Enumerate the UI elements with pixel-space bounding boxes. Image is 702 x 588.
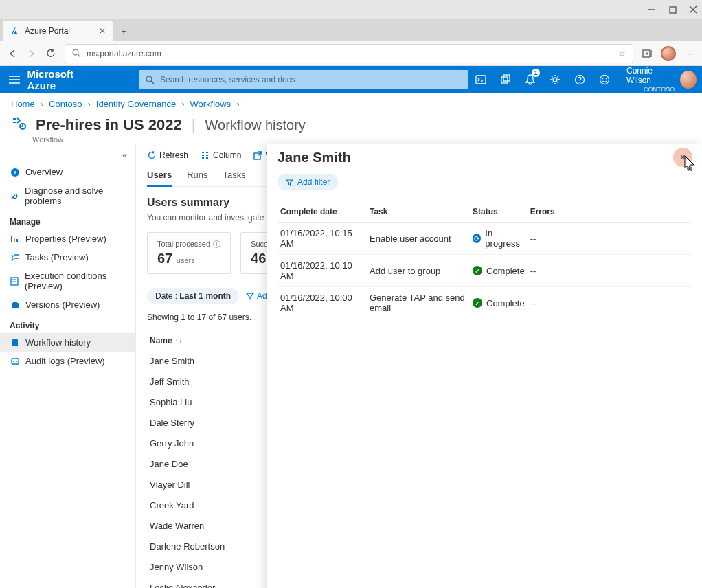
- info-icon[interactable]: i: [213, 240, 220, 248]
- sidebar-icon: [10, 299, 20, 310]
- close-window-icon[interactable]: [688, 5, 698, 14]
- sidebar-label: Audit logs (Preview): [25, 356, 105, 366]
- page-subtitle: Workflow history: [205, 117, 306, 133]
- task-row[interactable]: 01/16/2022, 10:15 AMEnable user account⟳…: [278, 223, 691, 255]
- breadcrumb-item[interactable]: Workflows: [190, 99, 231, 109]
- user-area[interactable]: Connie Wilson CONTOSO: [626, 67, 675, 93]
- menu-icon[interactable]: [5, 76, 23, 84]
- workflow-icon: [11, 115, 26, 130]
- cell-task: Generate TAP and send email: [367, 287, 470, 319]
- svg-rect-36: [12, 339, 18, 346]
- sidebar-item-overview[interactable]: i Overview: [0, 163, 135, 181]
- refresh-icon: [147, 150, 157, 160]
- address-bar: ☆ ···: [0, 41, 702, 66]
- filter-icon: [286, 179, 293, 186]
- sidebar-icon: [10, 337, 20, 348]
- cell-errors: --: [528, 255, 691, 287]
- sidebar-section-manage: Manage: [0, 210, 135, 229]
- task-table: Complete date Task Status Errors 01/16/2…: [278, 201, 691, 319]
- task-row[interactable]: 01/16/2022, 10:00 AMGenerate TAP and sen…: [278, 287, 691, 319]
- tab-runs[interactable]: Runs: [187, 170, 207, 186]
- tab-tasks[interactable]: Tasks: [223, 170, 246, 186]
- brand-label[interactable]: Microsoft Azure: [27, 68, 98, 91]
- svg-point-22: [600, 76, 609, 84]
- new-tab-button[interactable]: ＋: [115, 23, 132, 39]
- favorite-icon[interactable]: ☆: [618, 49, 626, 58]
- summary-card: Total processed i67 users: [147, 232, 231, 274]
- settings-icon[interactable]: [543, 66, 567, 93]
- global-search-input[interactable]: [160, 75, 462, 84]
- tab-title: Azure Portal: [25, 26, 70, 36]
- browser-tab[interactable]: Azure Portal ✕: [3, 21, 113, 41]
- directories-icon[interactable]: [493, 66, 518, 93]
- sidebar-item-manage[interactable]: Tasks (Preview): [0, 248, 135, 267]
- svg-rect-18: [503, 75, 510, 81]
- collapse-sidebar-icon[interactable]: «: [120, 148, 130, 163]
- svg-point-24: [606, 78, 607, 80]
- cell-task: Add user to group: [367, 255, 470, 287]
- minimize-icon[interactable]: [647, 5, 657, 14]
- refresh-icon[interactable]: [45, 48, 56, 59]
- task-row[interactable]: 01/16/2022, 10:10 AMAdd user to group✓Co…: [278, 255, 691, 287]
- breadcrumb-item[interactable]: Identity Governance: [96, 99, 176, 109]
- breadcrumb-item[interactable]: Home: [11, 99, 35, 109]
- svg-rect-1: [670, 7, 676, 13]
- cell-errors: --: [528, 223, 691, 255]
- sidebar-item-manage[interactable]: Execution conditions (Preview): [0, 267, 135, 295]
- flyout-title: Jane Smith: [278, 150, 675, 166]
- svg-line-5: [78, 54, 80, 57]
- sidebar-item-activity[interactable]: Audit logs (Preview): [0, 352, 135, 370]
- title-divider: |: [192, 116, 196, 134]
- sidebar-item-activity[interactable]: Workflow history: [0, 333, 135, 352]
- column-button[interactable]: Column: [201, 150, 241, 160]
- sidebar-label: Versions (Preview): [25, 299, 100, 310]
- tab-users[interactable]: Users: [147, 170, 172, 187]
- help-icon[interactable]: [567, 66, 592, 93]
- columns-icon: [201, 151, 210, 159]
- sidebar-section-activity: Activity: [0, 314, 135, 333]
- global-search[interactable]: [139, 70, 468, 89]
- cursor-icon: [683, 155, 698, 172]
- sidebar-item-diagnose[interactable]: Diagnose and solve problems: [0, 181, 135, 210]
- user-avatar-icon[interactable]: [680, 71, 697, 89]
- progress-icon: ⟳: [473, 234, 481, 243]
- sidebar-label: Diagnose and solve problems: [25, 185, 126, 206]
- filter-icon: [246, 292, 254, 300]
- user-name: Connie Wilson: [626, 67, 675, 86]
- sidebar-item-manage[interactable]: Properties (Preview): [0, 229, 135, 248]
- check-icon: ✓: [473, 298, 482, 308]
- svg-point-23: [602, 78, 604, 80]
- sidebar-item-manage[interactable]: Versions (Preview): [0, 295, 135, 314]
- search-icon: [146, 76, 155, 84]
- svg-point-39: [16, 361, 17, 362]
- col-status[interactable]: Status: [470, 201, 528, 223]
- flyout-add-filter-button[interactable]: Add filter: [278, 174, 338, 190]
- user-org: CONTOSO: [644, 86, 675, 93]
- notifications-icon[interactable]: 1: [518, 66, 543, 93]
- breadcrumb: Home› Contoso› Identity Governance› Work…: [0, 93, 702, 115]
- sort-icon: ↑↓: [175, 337, 182, 345]
- external-icon: [253, 151, 262, 160]
- profile-avatar-icon[interactable]: [661, 46, 676, 61]
- close-tab-icon[interactable]: ✕: [99, 26, 106, 36]
- feedback-icon[interactable]: [592, 66, 617, 93]
- browser-tab-bar: Azure Portal ✕ ＋: [0, 19, 702, 41]
- title-row: Pre-hires in US 2022 | Workflow history: [0, 115, 702, 138]
- back-icon[interactable]: [7, 48, 18, 59]
- info-icon: i: [10, 167, 20, 177]
- cloud-shell-icon[interactable]: [468, 66, 493, 93]
- cell-date: 01/16/2022, 10:15 AM: [278, 223, 367, 255]
- col-task[interactable]: Task: [367, 201, 470, 223]
- collections-icon[interactable]: [642, 48, 653, 59]
- breadcrumb-item[interactable]: Contoso: [49, 99, 82, 109]
- col-errors[interactable]: Errors: [528, 201, 691, 223]
- address-input-wrap[interactable]: ☆: [65, 44, 633, 63]
- url-input[interactable]: [87, 49, 613, 58]
- more-icon[interactable]: ···: [684, 48, 695, 59]
- date-filter-pill[interactable]: Date : Last 1 month: [147, 288, 239, 304]
- maximize-icon[interactable]: [668, 5, 677, 14]
- svg-rect-17: [501, 77, 508, 83]
- refresh-button[interactable]: Refresh: [147, 150, 188, 160]
- cell-status: ✓Complete: [470, 287, 528, 319]
- col-complete-date[interactable]: Complete date: [278, 201, 367, 223]
